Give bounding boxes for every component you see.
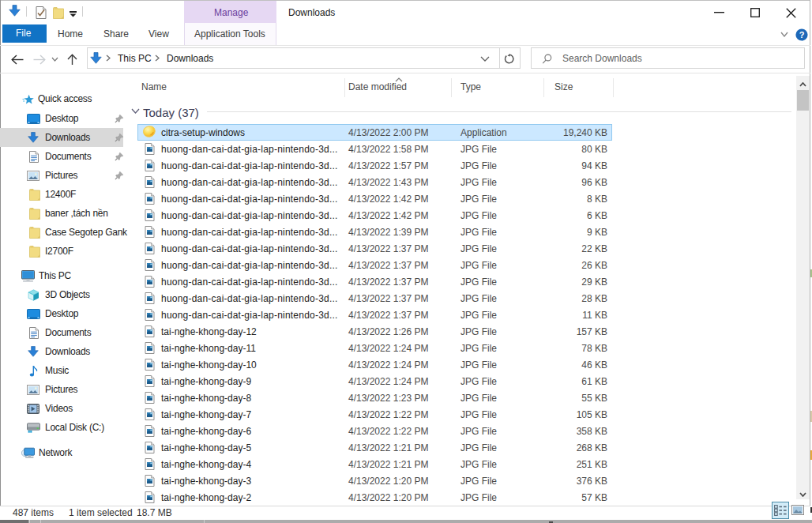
svg-text:?: ? [799, 30, 805, 40]
